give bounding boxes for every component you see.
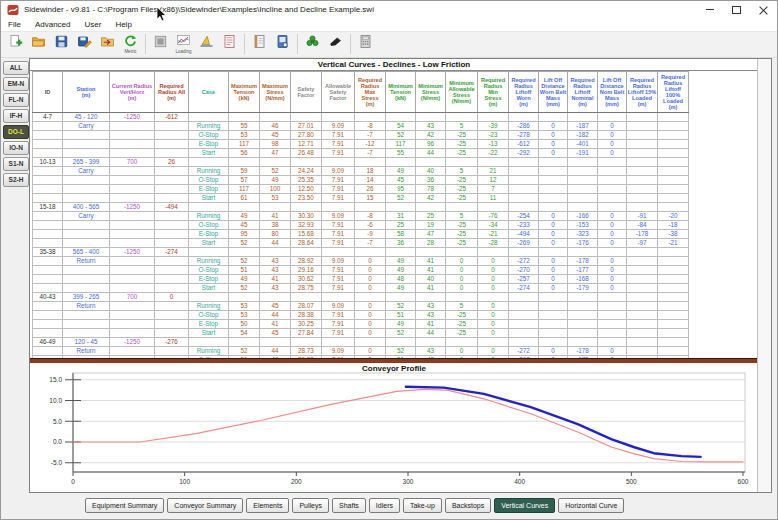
sidebar-item-all[interactable]: ALL bbox=[3, 61, 29, 75]
case-row[interactable]: Start524328.757.910494100-2740-1790 bbox=[33, 284, 689, 293]
cell bbox=[658, 293, 689, 302]
cell: 38 bbox=[260, 221, 291, 230]
curve-group-row[interactable]: 40-43399 - 2657000 bbox=[33, 293, 689, 302]
menu-item-help[interactable]: Help bbox=[108, 19, 138, 30]
case-row[interactable]: E-Stop11710012.507.91269578-257 bbox=[33, 185, 689, 194]
case-row[interactable]: O-Stop534428.387.9105143-250 bbox=[33, 311, 689, 320]
case-row[interactable]: O-Stop453832.937.91-62519-25-34-2330-153… bbox=[33, 221, 689, 230]
cell bbox=[33, 221, 63, 230]
case-row[interactable]: CarryRunning595224.249.09184940521 bbox=[33, 167, 689, 176]
cell: Return bbox=[63, 257, 110, 266]
sidebar-item-fl-n[interactable]: FL-N bbox=[3, 93, 29, 107]
curve-group-row[interactable]: 35-38565 - 400-1250-274 bbox=[33, 248, 689, 257]
cell bbox=[627, 194, 658, 203]
cell: 44 bbox=[260, 347, 291, 356]
cell: -25 bbox=[446, 194, 478, 203]
cell: 0 bbox=[478, 311, 509, 320]
cell bbox=[155, 347, 189, 356]
tab-vertical-curves[interactable]: Vertical Curves bbox=[494, 498, 555, 513]
cell bbox=[658, 257, 689, 266]
cell bbox=[189, 203, 229, 212]
report-button[interactable] bbox=[218, 32, 241, 58]
case-row[interactable]: O-Stop534527.807.91-75242-25-23-2780-182… bbox=[33, 131, 689, 140]
curve-group-row[interactable]: 10-13265 - 39970026 bbox=[33, 158, 689, 167]
cell: 29.16 bbox=[291, 266, 322, 275]
case-row[interactable]: CarryRunning554627.019.09-854435-39-2860… bbox=[33, 122, 689, 131]
case-row[interactable]: ReturnRunning524328.929.090494100-2720-1… bbox=[33, 257, 689, 266]
tab-elements[interactable]: Elements bbox=[246, 498, 289, 513]
minimize-button[interactable] bbox=[696, 1, 723, 18]
case-row[interactable]: Start544527.847.9105244-250 bbox=[33, 329, 689, 338]
tab-equipment-summary[interactable]: Equipment Summary bbox=[85, 498, 164, 513]
sidebar-item-em-n[interactable]: EM-N bbox=[3, 77, 29, 91]
cell bbox=[155, 176, 189, 185]
case-row[interactable]: E-Stop1179812.717.91-1211796-25-13-6120-… bbox=[33, 140, 689, 149]
menu-item-file[interactable]: File bbox=[1, 19, 28, 30]
cell bbox=[539, 320, 568, 329]
save-as-button[interactable] bbox=[73, 32, 96, 58]
column-header: Required Radius All (m) bbox=[155, 72, 189, 113]
tools-button[interactable] bbox=[324, 32, 347, 58]
tab-backstops[interactable]: Backstops bbox=[445, 498, 491, 513]
cell: -25 bbox=[446, 221, 478, 230]
save-button[interactable] bbox=[50, 32, 73, 58]
cell: 700 bbox=[110, 293, 155, 302]
cell: 30.62 bbox=[291, 275, 322, 284]
tab-pulleys[interactable]: Pulleys bbox=[292, 498, 329, 513]
calculator-button[interactable] bbox=[354, 32, 377, 58]
cell: 52 bbox=[386, 329, 416, 338]
tab-take-up[interactable]: Take-up bbox=[403, 498, 442, 513]
cell bbox=[416, 293, 446, 302]
close-button[interactable] bbox=[750, 1, 777, 18]
cell: 56 bbox=[229, 149, 260, 158]
case-row[interactable]: ReturnRunning534528.079.090524350 bbox=[33, 302, 689, 311]
case-row[interactable]: O-Stop514329.167.910494100-2700-1770 bbox=[33, 266, 689, 275]
sidebar-item-io-n[interactable]: IO-N bbox=[3, 141, 29, 155]
sidebar-item-if-h[interactable]: IF-H bbox=[3, 109, 29, 123]
curve-group-row[interactable]: 15-18400 - 565-1250-494 bbox=[33, 203, 689, 212]
file-export-button[interactable] bbox=[96, 32, 119, 58]
profile-view-button[interactable] bbox=[195, 32, 218, 58]
title-bar: Sidewinder - v9.81 - C:\Program Files (x… bbox=[1, 1, 777, 18]
case-row[interactable]: O-Stop574925.357.91144536-2512 bbox=[33, 176, 689, 185]
case-row[interactable]: E-Stop504130.257.9104941-250 bbox=[33, 320, 689, 329]
case-row[interactable]: Start564726.487.91-75544-25-22-2920-1910 bbox=[33, 149, 689, 158]
cell: -12 bbox=[355, 140, 386, 149]
cell bbox=[110, 122, 155, 131]
curve-group-row[interactable]: 46-49120 - 45-1250-276 bbox=[33, 338, 689, 347]
cell bbox=[189, 248, 229, 257]
cell: -6 bbox=[355, 221, 386, 230]
sidebar-item-s1-n[interactable]: S1-N bbox=[3, 157, 29, 171]
cell bbox=[322, 203, 355, 212]
workbook-button[interactable] bbox=[271, 32, 294, 58]
options-button[interactable] bbox=[149, 32, 172, 58]
tab-conveyor-summary[interactable]: Conveyor Summary bbox=[167, 498, 243, 513]
new-file-button[interactable] bbox=[4, 32, 27, 58]
tab-horizontal-curve[interactable]: Horizontal Curve bbox=[558, 498, 624, 513]
sidebar-item-s2-h[interactable]: S2-H bbox=[3, 173, 29, 187]
cell: -182 bbox=[568, 131, 598, 140]
tab-idlers[interactable]: Idlers bbox=[369, 498, 400, 513]
tab-shafts[interactable]: Shafts bbox=[332, 498, 366, 513]
case-row[interactable]: ReturnRunning524428.739.090524300-2720-1… bbox=[33, 347, 689, 356]
cell: 27.80 bbox=[291, 131, 322, 140]
case-row[interactable]: Start615323.507.91155242-2511 bbox=[33, 194, 689, 203]
gearbox-button[interactable] bbox=[301, 32, 324, 58]
cell bbox=[155, 212, 189, 221]
menu-item-advanced[interactable]: Advanced bbox=[28, 19, 78, 30]
loading-diagram-button[interactable]: Loading bbox=[172, 32, 195, 58]
sidebar-item-do-l[interactable]: DO-L bbox=[3, 125, 29, 139]
open-file-button[interactable] bbox=[27, 32, 50, 58]
vertical-scrollbar[interactable] bbox=[757, 59, 771, 492]
x-tick-label: 600 bbox=[738, 478, 749, 485]
menu-item-user[interactable]: User bbox=[77, 19, 108, 30]
case-row[interactable]: Start524428.647.91-73628-25-28-2690-1760… bbox=[33, 239, 689, 248]
maximize-button[interactable] bbox=[723, 1, 750, 18]
metric-units-button[interactable]: Metric bbox=[119, 32, 142, 58]
case-row[interactable]: E-Stop494130.627.910484000-2570-1680 bbox=[33, 275, 689, 284]
cell bbox=[110, 185, 155, 194]
case-row[interactable]: E-Stop958015.687.91-95847-25-21-4940-323… bbox=[33, 230, 689, 239]
case-row[interactable]: CarryRunning494130.309.09-831255-76-2540… bbox=[33, 212, 689, 221]
notebook-button[interactable] bbox=[248, 32, 271, 58]
curve-group-row[interactable]: 4-745 - 120-1250-612 bbox=[33, 113, 689, 122]
